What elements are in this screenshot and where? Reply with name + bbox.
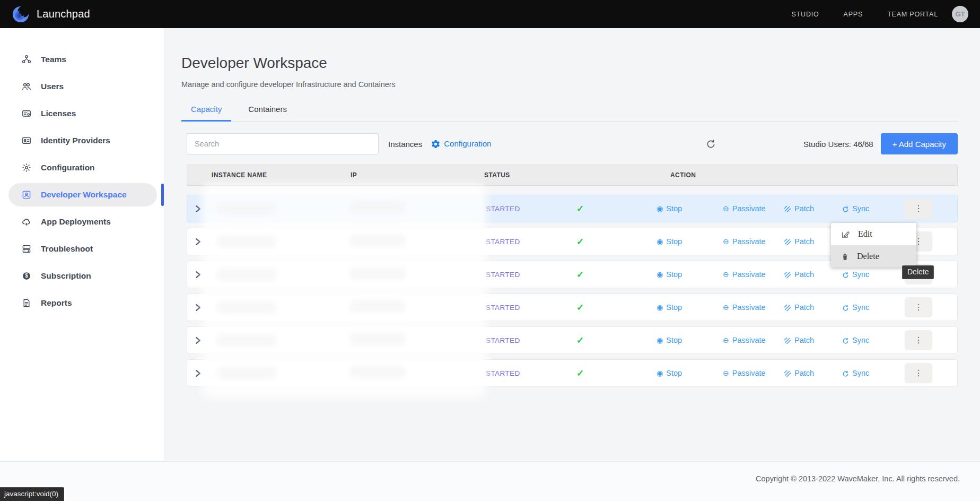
svg-text:$: $ <box>25 273 28 279</box>
context-menu-item-delete[interactable]: Delete <box>831 245 916 267</box>
sidebar-item-users[interactable]: Users <box>8 75 157 98</box>
instance-name-cell: .. <box>208 268 347 281</box>
instance-name-cell: .. <box>208 235 347 248</box>
browser-status-bar: javascript:void(0) <box>0 487 64 501</box>
table-row[interactable]: .. STARTED ✓ ◉Stop ⊖Passivate Patch Sync… <box>187 326 958 354</box>
sync-icon <box>842 204 849 213</box>
patch-action-link[interactable]: Patch <box>784 237 814 246</box>
add-capacity-button[interactable]: + Add Capacity <box>881 133 958 154</box>
redacted-text: .. <box>208 205 213 212</box>
table-header: INSTANCE NAME IP STATUS ACTION <box>187 165 958 186</box>
ip-cell <box>347 366 481 381</box>
expand-chevron-icon[interactable] <box>187 304 208 312</box>
topnav-link-team-portal[interactable]: TEAM PORTAL <box>887 11 938 18</box>
teams-icon <box>21 54 32 65</box>
passivate-action-link[interactable]: ⊖Passivate <box>723 270 766 279</box>
passivate-action-link[interactable]: ⊖Passivate <box>723 303 766 312</box>
patch-action-link[interactable]: Patch <box>784 204 814 213</box>
passivate-action-link[interactable]: ⊖Passivate <box>723 204 766 213</box>
tab-capacity[interactable]: Capacity <box>181 105 231 122</box>
sidebar-item-developer-workspace[interactable]: Developer Workspace <box>8 183 157 206</box>
brand[interactable]: Launchpad <box>12 5 90 23</box>
passivate-action-link[interactable]: ⊖Passivate <box>723 237 766 246</box>
stop-action-link[interactable]: ◉Stop <box>657 270 682 279</box>
table-row[interactable]: .. STARTED ✓ ◉Stop ⊖Passivate Patch Sync… <box>187 359 958 387</box>
patch-action-link[interactable]: Patch <box>784 336 814 344</box>
row-menu-kebab-button[interactable]: ⋮ <box>905 198 932 219</box>
sync-action-link[interactable]: Sync <box>842 303 869 312</box>
status-text: STARTED <box>481 205 566 213</box>
redacted-ip <box>349 333 406 345</box>
redacted-instance-name <box>217 202 276 215</box>
patch-icon <box>784 237 791 246</box>
check-icon: ✓ <box>576 237 584 247</box>
expand-chevron-icon[interactable] <box>187 205 208 213</box>
ip-cell <box>347 234 481 249</box>
wavemaker-logo-icon <box>12 5 30 23</box>
context-menu-item-edit[interactable]: Edit <box>831 223 916 245</box>
stop-icon: ◉ <box>657 369 663 377</box>
row-menu-kebab-button[interactable]: ⋮ <box>905 363 932 383</box>
expand-chevron-icon[interactable] <box>187 271 208 279</box>
redacted-instance-name <box>217 334 276 347</box>
stop-action-link[interactable]: ◉Stop <box>657 336 682 344</box>
table-row[interactable]: .. STARTED ✓ ◉Stop ⊖Passivate Patch Sync… <box>187 293 958 321</box>
sidebar-item-teams[interactable]: Teams <box>8 48 157 71</box>
reports-icon <box>21 298 32 308</box>
sidebar-item-configuration[interactable]: Configuration <box>8 156 157 179</box>
redacted-text: .. <box>208 271 213 278</box>
stop-action-link[interactable]: ◉Stop <box>657 303 682 312</box>
table-row[interactable]: .. STARTED ✓ ◉Stop ⊖Passivate Patch Sync… <box>187 195 958 222</box>
avatar[interactable]: GT <box>952 6 968 22</box>
configuration-link[interactable]: Configuration <box>431 139 491 149</box>
patch-action-link[interactable]: Patch <box>784 369 814 377</box>
check-icon: ✓ <box>576 335 584 345</box>
expand-chevron-icon[interactable] <box>187 238 208 246</box>
redacted-text: .. <box>208 238 213 245</box>
sidebar-item-troubleshoot[interactable]: Troubleshoot <box>8 237 157 261</box>
sidebar-item-identity-providers[interactable]: Identity Providers <box>8 129 157 152</box>
tab-containers[interactable]: Containers <box>239 105 296 121</box>
search-input[interactable] <box>187 133 379 154</box>
sync-icon <box>842 369 849 377</box>
refresh-icon[interactable] <box>706 139 716 149</box>
stop-action-link[interactable]: ◉Stop <box>657 237 682 246</box>
stop-action-link[interactable]: ◉Stop <box>657 204 682 213</box>
sidebar-item-reports[interactable]: Reports <box>8 291 157 315</box>
row-menu-kebab-button[interactable]: ⋮ <box>905 297 932 317</box>
redacted-ip <box>349 201 406 214</box>
identity-providers-icon <box>21 135 32 146</box>
sync-action-link[interactable]: Sync <box>842 204 869 213</box>
status-text: STARTED <box>481 238 566 246</box>
redacted-ip <box>349 234 406 247</box>
status-ok-cell: ✓ <box>566 335 643 346</box>
sidebar-item-licenses[interactable]: Licenses <box>8 102 157 125</box>
patch-action-link[interactable]: Patch <box>784 303 814 312</box>
sync-action-link[interactable]: Sync <box>842 369 869 377</box>
status-text: STARTED <box>481 304 566 312</box>
passivate-action-link[interactable]: ⊖Passivate <box>723 369 766 377</box>
sidebar-item-label: Troubleshoot <box>41 244 93 254</box>
patch-action-link[interactable]: Patch <box>784 270 814 279</box>
configuration-icon <box>21 162 32 173</box>
sync-action-link[interactable]: Sync <box>842 270 869 279</box>
instance-name-cell: .. <box>208 202 347 215</box>
check-icon: ✓ <box>576 368 584 378</box>
topnav-link-studio[interactable]: STUDIO <box>792 11 819 18</box>
redacted-instance-name <box>217 301 276 314</box>
sync-action-link[interactable]: Sync <box>842 336 869 344</box>
passivate-action-link[interactable]: ⊖Passivate <box>723 336 766 344</box>
expand-chevron-icon[interactable] <box>187 336 208 344</box>
stop-icon: ◉ <box>657 270 663 279</box>
stop-action-link[interactable]: ◉Stop <box>657 369 682 377</box>
configuration-link-label: Configuration <box>444 139 491 148</box>
licenses-icon <box>21 108 32 119</box>
stop-icon: ◉ <box>657 303 663 312</box>
sidebar-item-subscription[interactable]: $Subscription <box>8 264 157 288</box>
row-menu-kebab-button[interactable]: ⋮ <box>905 330 932 350</box>
expand-chevron-icon[interactable] <box>187 369 208 377</box>
ip-cell <box>347 201 481 216</box>
patch-icon <box>784 270 791 279</box>
sidebar-item-app-deployments[interactable]: App Deployments <box>8 210 157 234</box>
topnav-link-apps[interactable]: APPS <box>844 11 863 18</box>
